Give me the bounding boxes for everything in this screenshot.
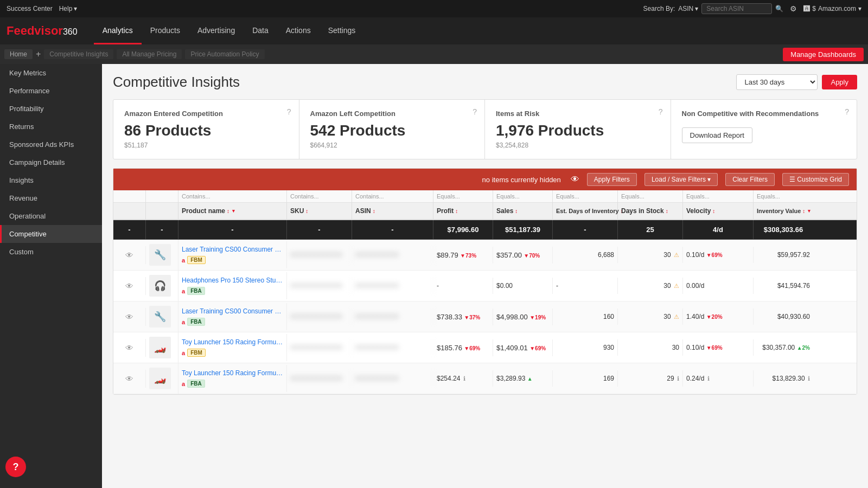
table-row: 👁 🔧 Laser Training CS00 Consumer Series … — [113, 301, 857, 332]
nav-item-actions[interactable]: Actions — [277, 17, 320, 44]
help-link[interactable]: Help ▾ — [59, 5, 78, 12]
row1-days-stock: 30 ⚠ — [618, 247, 683, 263]
row4-product-tags: a FBM — [182, 349, 283, 357]
row5-inv-value: $13,829.30 ℹ — [754, 370, 813, 387]
sidebar-item-custom[interactable]: Custom — [0, 243, 102, 261]
col-header-inv-value[interactable]: Inventory Value ↕ ▾ — [754, 203, 813, 219]
col-header-sales[interactable]: Sales ↕ — [493, 203, 553, 219]
card-help-entered-icon[interactable]: ? — [287, 107, 291, 116]
card-help-risk-icon[interactable]: ? — [659, 107, 663, 116]
filter-cell-sku[interactable]: Contains... — [287, 190, 352, 202]
search-icon[interactable]: 🔍 — [775, 5, 783, 12]
sidebar-item-returns[interactable]: Returns — [0, 118, 102, 136]
row3-eye[interactable]: 👁 — [113, 308, 146, 326]
filter-cell-asin[interactable]: Contains... — [352, 190, 433, 202]
filter-cell-product[interactable]: Contains... — [178, 190, 287, 202]
row5-eye[interactable]: 👁 — [113, 370, 146, 388]
sidebar-item-operational[interactable]: Operational — [0, 207, 102, 225]
row2-eye[interactable]: 👁 — [113, 277, 146, 295]
download-report-button[interactable]: Download Report — [682, 127, 752, 143]
row2-sales: $0.00 — [493, 278, 553, 294]
row2-image: 🎧 — [146, 271, 178, 301]
col-header-velocity[interactable]: Velocity ↕ — [683, 203, 754, 219]
row3-product-name[interactable]: Laser Training CS00 Consumer Series Modu… — [182, 307, 283, 315]
sidebar-item-profitability[interactable]: Profitability — [0, 100, 102, 118]
success-center-link[interactable]: Success Center — [7, 5, 53, 12]
filter-cell-sales[interactable]: Equals... — [493, 190, 553, 202]
row1-eye[interactable]: 👁 — [113, 246, 146, 264]
row2-product-name[interactable]: Headphones Pro 150 Stereo Studio ↗ — [182, 277, 283, 284]
search-input[interactable] — [701, 3, 772, 14]
add-tab-button[interactable]: + — [36, 49, 41, 59]
col-header-product-name[interactable]: Product name ↕ ▾ — [178, 203, 287, 219]
filter-cell-velocity[interactable]: Equals... — [683, 190, 754, 202]
date-range-select[interactable]: Last 30 days Last 7 days Last 90 days — [736, 74, 818, 90]
load-save-filters-button[interactable]: Load / Save Filters — [644, 173, 718, 186]
row5-visibility-button[interactable]: 👁 — [117, 374, 142, 383]
col-header-est-days[interactable]: Est. Days of Inventory ↕ — [553, 203, 618, 219]
filter-cell-days-stock[interactable]: Equals... — [618, 190, 683, 202]
breadcrumb-manage-pricing[interactable]: All Manage Pricing — [117, 49, 182, 59]
row3-product-tags: a FBA — [182, 318, 283, 326]
sidebar-item-campaign-details[interactable]: Campaign Details — [0, 153, 102, 171]
sidebar-item-competitive[interactable]: Competitive — [0, 225, 102, 243]
nav-item-settings[interactable]: Settings — [320, 17, 365, 44]
nav-item-analytics[interactable]: Analytics — [94, 17, 142, 44]
row5-days-stock-info-icon[interactable]: ℹ — [677, 375, 679, 382]
top-bar-right: Search By: ASIN ▾ 🔍 ⚙ 🅰 $ Amazon.com ▾ — [643, 3, 861, 14]
sidebar-item-performance[interactable]: Performance — [0, 82, 102, 100]
row2-est-days: - — [553, 278, 618, 294]
row5-profit-info-icon[interactable]: ℹ — [463, 375, 465, 382]
sidebar-item-key-metrics[interactable]: Key Metrics — [0, 64, 102, 82]
sort-product-name-icon: ↕ — [227, 208, 229, 214]
col-header-sku[interactable]: SKU ↕ — [287, 203, 352, 219]
filter-cell-inv-value[interactable]: Equals... — [754, 190, 813, 202]
row5-inv-info-icon[interactable]: ℹ — [808, 375, 810, 382]
col-header-profit[interactable]: Profit ↕ — [433, 203, 493, 219]
settings-gear-icon[interactable]: ⚙ — [790, 4, 797, 13]
filter-cell-profit[interactable]: Equals... — [433, 190, 493, 202]
sidebar-item-insights[interactable]: Insights — [0, 171, 102, 189]
col-header-days-stock[interactable]: Days in Stock ↕ — [618, 203, 683, 219]
breadcrumb-competitive-insights[interactable]: Competitive Insights — [44, 49, 113, 59]
manage-dashboards-button[interactable]: Manage Dashboards — [783, 48, 864, 61]
row1-fbm-tag: FBM — [187, 256, 206, 264]
row3-visibility-button[interactable]: 👁 — [117, 312, 142, 322]
row4-product-name[interactable]: Toy Launcher 150 Racing Formula Cross Co… — [182, 338, 283, 346]
row3-sales-down-icon: ▼ — [529, 314, 535, 320]
row1-sku: XXXXXXXXXXXX — [287, 247, 352, 263]
summary-cell-profit: $7,996.60 — [433, 220, 493, 239]
row4-product-info: Toy Launcher 150 Racing Formula Cross Co… — [178, 334, 287, 361]
apply-button[interactable]: Apply — [822, 75, 857, 89]
help-floating-button[interactable]: ? — [5, 457, 26, 477]
apply-filters-button[interactable]: Apply Filters — [587, 173, 637, 186]
breadcrumb-price-automation[interactable]: Price Automation Policy — [185, 49, 264, 59]
row4-eye[interactable]: 👁 — [113, 339, 146, 357]
row5-product-name[interactable]: Toy Launcher 150 Racing Formula Cross Co… — [182, 369, 283, 377]
row1-product-name[interactable]: Laser Training CS00 Consumer Series Modu… — [182, 246, 283, 253]
sidebar-item-revenue[interactable]: Revenue — [0, 189, 102, 207]
row5-velocity-info-icon[interactable]: ℹ — [707, 375, 710, 382]
clear-filters-button[interactable]: Clear Filters — [725, 173, 775, 186]
nav-item-advertising[interactable]: Advertising — [189, 17, 244, 44]
row5-est-days: 169 — [553, 370, 618, 387]
sidebar-item-sponsored-ads[interactable]: Sponsored Ads KPIs — [0, 136, 102, 153]
row4-visibility-button[interactable]: 👁 — [117, 343, 142, 352]
nav-item-products[interactable]: Products — [142, 17, 189, 44]
customize-grid-button[interactable]: ☰ Customize Grid — [782, 173, 849, 186]
nav-item-data[interactable]: Data — [244, 17, 277, 44]
row2-visibility-button[interactable]: 👁 — [117, 281, 142, 291]
page-title: Competitive Insights — [113, 74, 240, 91]
card-help-noncomp-icon[interactable]: ? — [845, 107, 849, 116]
hidden-items-eye-icon[interactable]: 👁 — [571, 175, 579, 184]
logo[interactable]: Feedvisor360 — [7, 24, 78, 38]
col-header-eye — [113, 203, 146, 219]
row1-visibility-button[interactable]: 👁 — [117, 251, 142, 260]
filter-cell-est-days[interactable]: Equals... — [553, 190, 618, 202]
search-type-dropdown[interactable]: ASIN ▾ — [678, 5, 698, 12]
breadcrumb-home[interactable]: Home — [4, 49, 33, 59]
row4-profit-value: $185.76 — [437, 344, 462, 352]
col-header-asin[interactable]: ASIN ↕ — [352, 203, 433, 219]
filter-product-name-icon: ▾ — [232, 208, 235, 214]
card-help-left-icon[interactable]: ? — [473, 107, 477, 116]
